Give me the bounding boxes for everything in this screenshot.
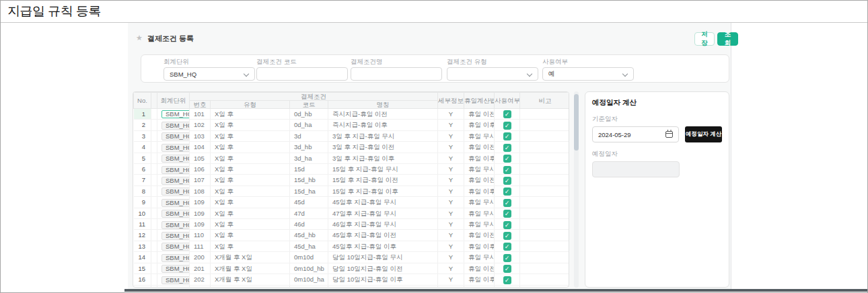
cell-detail[interactable]: Y <box>438 142 464 153</box>
cell-note[interactable] <box>520 263 570 274</box>
cell-holiday[interactable]: 휴일 이후 <box>464 120 495 130</box>
cell-name[interactable]: 3일 후 지급-휴일 무시 <box>328 130 438 141</box>
cell-holiday[interactable]: 휴일 무시 <box>464 197 495 208</box>
cell-holiday[interactable]: 휴일 이전 <box>464 142 495 153</box>
save-button[interactable]: 저장 <box>694 32 715 46</box>
cell-note[interactable] <box>520 153 570 163</box>
cell-type[interactable]: X개월 후 X일 <box>211 285 290 288</box>
cell-type[interactable]: X개월 후 X일 <box>211 274 290 285</box>
cell-num[interactable]: 203 <box>190 285 211 288</box>
business-unit-select[interactable]: SBM_HQ <box>164 67 255 81</box>
cell-detail[interactable]: Y <box>438 252 464 263</box>
terms-name-input[interactable] <box>351 67 442 81</box>
cell-holiday[interactable]: 휴일 무시 <box>464 208 495 218</box>
cell-note[interactable] <box>520 185 570 196</box>
cell-note[interactable] <box>520 208 570 218</box>
cell-num[interactable]: 101 <box>190 109 211 120</box>
use-checkbox[interactable] <box>503 232 511 240</box>
cell-name[interactable]: 3일 후 지급-휴일 이후 <box>328 153 438 163</box>
cell-no[interactable]: 2 <box>134 120 151 130</box>
cell-name[interactable]: 당일 10일지급-휴일 무시 <box>328 252 438 263</box>
cell-name[interactable]: 당일 10일지급-휴일 이전 <box>328 263 438 274</box>
cell-holiday[interactable]: 휴일 무시 <box>464 219 495 230</box>
use-checkbox[interactable] <box>503 122 511 130</box>
use-checkbox[interactable] <box>503 254 511 262</box>
cell-num[interactable]: 103 <box>190 130 211 141</box>
unit-cell-box[interactable]: SBM_HQ <box>161 110 190 118</box>
cell-note[interactable] <box>520 109 570 120</box>
cell-name[interactable]: 15일 후 지급-휴일 이후 <box>328 185 438 196</box>
cell-holiday[interactable]: 휴일 무시 <box>464 252 495 263</box>
cell-code[interactable]: 47d <box>290 208 328 218</box>
use-checkbox[interactable] <box>503 144 511 152</box>
cell-code[interactable]: 45d <box>290 197 328 208</box>
cell-unit[interactable]: SBM_HQ <box>157 241 190 251</box>
cell-type[interactable]: X일 후 <box>211 185 290 196</box>
cell-detail[interactable]: Y <box>438 185 464 196</box>
cell-holiday[interactable]: 휴일 무시 <box>464 130 495 141</box>
cell-note[interactable] <box>520 197 570 208</box>
cell-detail[interactable]: Y <box>438 274 464 285</box>
cell-no[interactable]: 14 <box>134 252 151 263</box>
cell-code[interactable]: 0m10d_ha <box>290 274 328 285</box>
unit-cell-box[interactable]: SBM_HQ <box>161 166 190 174</box>
cell-name[interactable]: 3일 후 지급-휴일 이전 <box>328 142 438 153</box>
use-checkbox[interactable] <box>503 199 511 207</box>
cell-note[interactable] <box>520 285 570 288</box>
unit-cell-box[interactable]: SBM_HQ <box>161 210 190 218</box>
cell-code[interactable]: 15d_hb <box>290 175 328 185</box>
calculate-expected-date-button[interactable]: 예정일자 계산 <box>685 126 722 142</box>
cell-code[interactable]: 45d_hb <box>290 230 328 241</box>
use-checkbox[interactable] <box>503 132 511 140</box>
use-checkbox[interactable] <box>503 155 511 163</box>
cell-num[interactable]: 201 <box>190 263 211 274</box>
cell-unit[interactable]: SBM_HQ <box>157 208 190 218</box>
cell-unit[interactable]: SBM_HQ <box>157 120 190 130</box>
use-checkbox[interactable] <box>503 287 511 288</box>
cell-no[interactable]: 13 <box>134 241 151 251</box>
cell-note[interactable] <box>520 142 570 153</box>
cell-code[interactable]: 3d_ha <box>290 153 328 163</box>
cell-num[interactable]: 109 <box>190 219 211 230</box>
unit-cell-box[interactable]: SBM_HQ <box>161 187 190 196</box>
cell-holiday[interactable]: 휴일 이전 <box>464 175 495 185</box>
cell-note[interactable] <box>520 120 570 130</box>
cell-code[interactable]: 3d_hb <box>290 142 328 153</box>
use-checkbox[interactable] <box>503 276 511 284</box>
unit-cell-box[interactable]: SBM_HQ <box>161 177 190 185</box>
cell-detail[interactable]: Y <box>438 153 464 163</box>
cell-num[interactable]: 107 <box>190 175 211 185</box>
cell-no[interactable]: 16 <box>134 274 151 285</box>
cell-unit[interactable]: SBM_HQ <box>157 285 190 288</box>
terms-code-input[interactable] <box>256 67 348 81</box>
cell-num[interactable]: 202 <box>190 274 211 285</box>
cell-code[interactable]: 0d_hb <box>290 109 328 120</box>
cell-type[interactable]: X일 후 <box>211 142 290 153</box>
cell-holiday[interactable]: 휴일 이후 <box>464 185 495 196</box>
cell-note[interactable] <box>520 175 570 185</box>
calendar-icon[interactable] <box>665 131 673 138</box>
unit-cell-box[interactable]: SBM_HQ <box>161 287 190 288</box>
cell-note[interactable] <box>520 274 570 285</box>
cell-unit[interactable]: SBM_HQ <box>157 164 190 175</box>
cell-holiday[interactable]: 휴일 이전 <box>464 230 495 241</box>
cell-unit[interactable]: SBM_HQ <box>157 153 190 163</box>
unit-cell-box[interactable]: SBM_HQ <box>161 122 190 130</box>
cell-num[interactable]: 106 <box>190 164 211 175</box>
cell-detail[interactable]: Y <box>438 197 464 208</box>
cell-detail[interactable]: Y <box>438 164 464 175</box>
unit-cell-box[interactable]: SBM_HQ <box>161 155 190 163</box>
unit-cell-box[interactable]: SBM_HQ <box>161 132 190 140</box>
cell-no[interactable]: 7 <box>134 175 151 185</box>
cell-type[interactable]: X일 후 <box>211 197 290 208</box>
cell-num[interactable]: 110 <box>190 230 211 241</box>
cell-unit[interactable]: SBM_HQ <box>157 185 190 196</box>
search-button[interactable]: 조회 <box>717 32 738 46</box>
cell-unit[interactable]: SBM_HQ <box>157 252 190 263</box>
cell-detail[interactable]: Y <box>438 241 464 251</box>
cell-num[interactable]: 200 <box>190 252 211 263</box>
cell-note[interactable] <box>520 230 570 241</box>
cell-name[interactable]: 즉시지급-휴일 이후 <box>328 120 438 130</box>
cell-note[interactable] <box>520 252 570 263</box>
use-checkbox[interactable] <box>503 265 511 273</box>
